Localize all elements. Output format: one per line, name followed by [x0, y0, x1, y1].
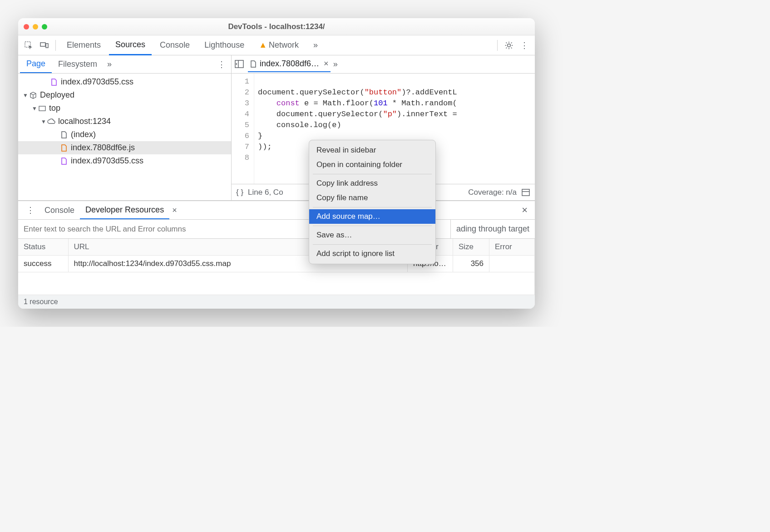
tree-item-host[interactable]: ▼ localhost:1234 — [18, 115, 231, 128]
menu-copy-filename[interactable]: Copy file name — [309, 191, 435, 205]
tree-item-css[interactable]: index.d9703d55.css — [18, 154, 231, 167]
svg-rect-3 — [39, 106, 45, 111]
menu-save-as[interactable]: Save as… — [309, 228, 435, 242]
tab-elements[interactable]: Elements — [60, 36, 107, 54]
tab-network[interactable]: ▲Network — [252, 36, 305, 54]
col-size[interactable]: Size — [453, 239, 489, 256]
cloud-icon — [47, 118, 55, 126]
tree-item-deployed[interactable]: ▼ Deployed — [18, 89, 231, 102]
inspect-icon[interactable] — [22, 39, 35, 52]
drawer-tab-devresources[interactable]: Developer Resources — [80, 202, 169, 219]
tree-item-css-root[interactable]: index.d9703d55.css — [18, 75, 231, 89]
file-icon — [60, 131, 68, 139]
settings-icon[interactable] — [502, 39, 516, 52]
toggle-navigator-icon[interactable] — [234, 59, 245, 70]
context-menu: Reveal in sidebar Open in containing fol… — [309, 140, 436, 264]
tab-sources[interactable]: Sources — [109, 35, 152, 55]
table-row[interactable]: success http://localhost:1234/index.d970… — [18, 256, 535, 272]
expand-icon: ▼ — [41, 118, 47, 125]
toggle-sidebar-icon[interactable] — [521, 188, 530, 197]
menu-add-ignore-list[interactable]: Add script to ignore list — [309, 246, 435, 261]
navigator-tab-page[interactable]: Page — [20, 55, 52, 73]
coverage-status: Coverage: n/a — [468, 188, 517, 197]
tab-console[interactable]: Console — [153, 36, 196, 54]
device-icon[interactable] — [37, 39, 51, 52]
file-tree: index.d9703d55.css ▼ Deployed ▼ top ▼ lo… — [18, 74, 231, 200]
col-error[interactable]: Error — [489, 239, 535, 256]
search-row: ading through target — [18, 219, 535, 239]
editor-tabs: index.7808df6… × » — [232, 55, 535, 74]
cell-status: success — [18, 256, 68, 272]
drawer-tabs: ⋮ Console Developer Resources × × — [18, 201, 535, 219]
drawer-menu-icon[interactable]: ⋮ — [22, 205, 39, 215]
svg-rect-6 — [522, 189, 529, 196]
loading-through-target-label: ading through target — [450, 220, 535, 238]
cursor-position: Line 6, Co — [248, 188, 283, 197]
window-title: DevTools - localhost:1234/ — [18, 22, 535, 31]
close-drawer-icon[interactable]: × — [518, 204, 531, 216]
cube-icon — [29, 91, 37, 99]
navigator-menu-icon[interactable]: ⋮ — [214, 59, 229, 69]
pretty-print-icon[interactable]: { } — [236, 188, 243, 197]
close-tab-icon[interactable]: × — [324, 59, 329, 69]
cell-error — [489, 256, 535, 272]
table-header: Status URL Initiator Size Error — [18, 239, 535, 256]
cell-size: 356 — [453, 256, 489, 272]
navigator-tabs-overflow[interactable]: » — [104, 59, 115, 69]
navigator-pane: Page Filesystem » ⋮ index.d9703d55.css ▼… — [18, 55, 232, 200]
tabs-overflow[interactable]: » — [307, 36, 324, 54]
frame-icon — [38, 104, 46, 113]
close-drawer-tab-icon[interactable]: × — [172, 206, 177, 215]
svg-rect-1 — [40, 43, 45, 46]
line-gutter: 1 2 3 4 5 6 7 8 — [232, 74, 254, 184]
drawer-footer: 1 resource — [18, 295, 535, 309]
drawer: ⋮ Console Developer Resources × × ading … — [18, 201, 535, 309]
editor-tabs-overflow[interactable]: » — [333, 59, 338, 69]
expand-icon: ▼ — [23, 92, 29, 99]
col-status[interactable]: Status — [18, 239, 68, 256]
menu-reveal-sidebar[interactable]: Reveal in sidebar — [309, 143, 435, 158]
expand-icon: ▼ — [32, 105, 38, 112]
menu-open-folder[interactable]: Open in containing folder — [309, 158, 435, 172]
navigator-tabs: Page Filesystem » ⋮ — [18, 55, 231, 74]
editor-tab-file[interactable]: index.7808df6… × — [248, 56, 331, 72]
table-row — [18, 272, 535, 295]
menu-copy-link[interactable]: Copy link address — [309, 176, 435, 191]
tree-item-js[interactable]: index.7808df6e.js — [18, 141, 231, 154]
file-icon — [50, 78, 58, 86]
titlebar: DevTools - localhost:1234/ — [18, 18, 535, 35]
file-icon — [60, 157, 68, 165]
main-toolbar: Elements Sources Console Lighthouse ▲Net… — [18, 35, 535, 55]
menu-add-source-map[interactable]: Add source map… — [309, 209, 435, 224]
warning-icon: ▲ — [259, 40, 267, 49]
devtools-window: DevTools - localhost:1234/ Elements Sour… — [18, 18, 535, 309]
tree-item-index[interactable]: (index) — [18, 128, 231, 141]
file-icon — [250, 60, 257, 68]
resources-table: Status URL Initiator Size Error success … — [18, 239, 535, 295]
main-panel: Page Filesystem » ⋮ index.d9703d55.css ▼… — [18, 55, 535, 201]
svg-rect-2 — [46, 44, 48, 48]
navigator-tab-filesystem[interactable]: Filesystem — [52, 56, 104, 73]
file-icon — [60, 144, 68, 152]
kebab-menu-icon[interactable]: ⋮ — [518, 39, 531, 52]
tree-item-top[interactable]: ▼ top — [18, 102, 231, 115]
tab-lighthouse[interactable]: Lighthouse — [198, 36, 251, 54]
drawer-tab-console[interactable]: Console — [39, 202, 80, 219]
